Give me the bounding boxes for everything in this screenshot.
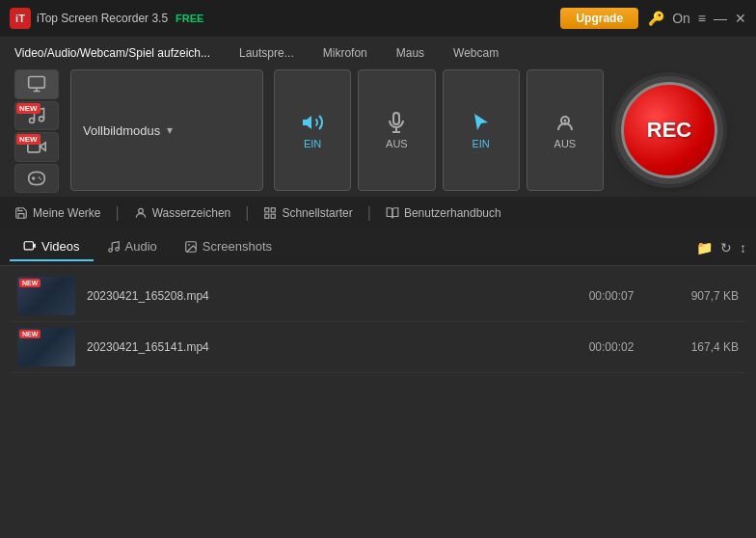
window-controls: 🔑 On ≡ — ✕	[648, 11, 746, 26]
chevron-down-icon: ▾	[167, 123, 251, 137]
svg-rect-16	[265, 214, 269, 218]
files-actions: 📁 ↻ ↕	[696, 240, 746, 256]
sort-icon[interactable]: ↕	[740, 240, 746, 256]
record-button[interactable]: REC	[621, 82, 717, 178]
menu-icon[interactable]: ≡	[698, 11, 706, 26]
cursor-icon	[470, 111, 493, 134]
screenshot-tab-icon	[184, 240, 198, 254]
webcam-label: AUS	[554, 138, 577, 149]
svg-point-20	[115, 247, 119, 251]
screen-record-btn[interactable]	[14, 69, 59, 99]
nav-label-benutzerhandbuch: Benutzerhandbuch	[404, 206, 501, 220]
left-icons: NEW NEW	[14, 67, 65, 193]
webcam-toggle[interactable]: AUS	[526, 69, 604, 191]
mic-icon	[385, 111, 408, 134]
webcam-small-icon	[554, 111, 577, 134]
audio-controls: EIN AUS EIN	[271, 67, 607, 193]
game-record-btn[interactable]	[14, 164, 59, 194]
control-panel: Video/Audio/Webcam/Spiel aufzeich... Lau…	[0, 37, 756, 193]
file-thumbnail: NEW	[17, 277, 75, 315]
audio-tab-icon	[107, 240, 121, 254]
nav-wasserzeichen[interactable]: Wasserzeichen	[134, 206, 231, 220]
nav-meine-werke[interactable]: Meine Werke	[14, 206, 100, 220]
svg-point-12	[563, 120, 566, 122]
nav-benutzerhandbuch[interactable]: Benutzerhandbuch	[386, 206, 501, 220]
tab-screenshots-label: Screenshots	[202, 239, 272, 254]
file-size: 907,7 KB	[662, 289, 739, 303]
mode-value: Vollbildmodus	[83, 123, 167, 138]
open-folder-icon[interactable]: 📁	[696, 240, 713, 256]
files-tabs: Videos Audio Screenshots 📁	[0, 229, 756, 266]
mic-toggle[interactable]: AUS	[358, 69, 435, 191]
svg-rect-15	[272, 208, 276, 212]
video-tab-icon	[23, 240, 37, 254]
mode-selector[interactable]: Vollbildmodus ▾	[70, 69, 263, 191]
refresh-icon[interactable]: ↻	[720, 240, 732, 256]
tab-speaker[interactable]: Lautspre...	[239, 46, 294, 60]
tab-maus[interactable]: Maus	[396, 46, 424, 60]
svg-point-4	[40, 117, 44, 121]
file-row[interactable]: NEW 20230421_165208.mp4 00:00:07 907,7 K…	[10, 271, 746, 322]
file-name: 20230421_165141.mp4	[87, 340, 561, 354]
free-badge: FREE	[176, 13, 203, 24]
save-icon	[14, 206, 28, 220]
tab-screenshots[interactable]: Screenshots	[171, 233, 285, 261]
tab-video-audio[interactable]: Video/Audio/Webcam/Spiel aufzeich...	[14, 46, 210, 60]
svg-point-3	[30, 118, 35, 122]
speaker-toggle[interactable]: EIN	[274, 69, 351, 191]
nav-schnellstarter[interactable]: Schnellstarter	[263, 206, 352, 220]
file-thumbnail: NEW	[17, 328, 75, 366]
svg-point-19	[108, 248, 112, 252]
rec-label: REC	[647, 118, 691, 143]
new-badge-audio: NEW	[16, 103, 40, 114]
file-name: 20230421_165208.mp4	[87, 289, 561, 303]
bottom-nav: Meine Werke | Wasserzeichen | Schnellsta…	[0, 197, 756, 229]
app-logo: iT	[10, 8, 31, 29]
speaker-label: EIN	[304, 138, 321, 149]
tab-audio-label: Audio	[125, 239, 157, 254]
svg-point-22	[188, 244, 190, 246]
files-section: Videos Audio Screenshots 📁	[0, 229, 756, 538]
separator-3: |	[367, 204, 371, 222]
system-label: EIN	[472, 138, 489, 149]
separator-1: |	[115, 204, 119, 222]
book-icon	[386, 206, 399, 220]
upgrade-button[interactable]: Upgrade	[560, 8, 638, 29]
recording-area: NEW NEW	[14, 67, 742, 193]
file-size: 167,4 KB	[662, 340, 739, 354]
system-audio-toggle[interactable]: EIN	[443, 69, 520, 191]
audio-record-btn[interactable]: NEW	[14, 101, 59, 131]
file-row[interactable]: NEW 20230421_165141.mp4 00:00:02 167,4 K…	[10, 322, 746, 373]
file-duration: 00:00:02	[573, 340, 650, 354]
tab-videos[interactable]: Videos	[10, 233, 94, 261]
title-bar: iT iTop Screen Recorder 3.5 FREE Upgrade…	[0, 0, 756, 37]
logo-text: iT	[15, 13, 25, 24]
key-icon[interactable]: 🔑	[648, 11, 664, 26]
on-label: On	[672, 11, 690, 26]
webcam-record-btn[interactable]: NEW	[14, 132, 59, 162]
close-button[interactable]: ✕	[735, 11, 746, 26]
app-title: iTop Screen Recorder 3.5	[37, 12, 168, 25]
tab-row: Video/Audio/Webcam/Spiel aufzeich... Lau…	[14, 46, 742, 67]
svg-rect-18	[24, 241, 33, 249]
separator-2: |	[245, 204, 249, 222]
minimize-button[interactable]: —	[714, 11, 727, 26]
tab-audio[interactable]: Audio	[94, 233, 171, 261]
svg-point-6	[39, 176, 40, 178]
svg-rect-17	[272, 214, 276, 218]
new-badge-webcam: NEW	[16, 134, 40, 145]
file-list: NEW 20230421_165208.mp4 00:00:07 907,7 K…	[0, 266, 756, 538]
monitor-icon	[27, 74, 46, 94]
rec-area: REC	[607, 67, 742, 193]
nav-label-schnellstarter: Schnellstarter	[282, 206, 352, 220]
gamepad-icon	[27, 169, 46, 188]
user-icon	[134, 206, 148, 220]
svg-rect-8	[393, 113, 399, 124]
tab-webcam[interactable]: Webcam	[453, 46, 499, 60]
svg-point-7	[40, 178, 41, 180]
tab-mikrofon[interactable]: Mikrofon	[323, 46, 367, 60]
speaker-icon	[301, 111, 324, 134]
svg-point-13	[138, 208, 143, 213]
mic-label: AUS	[386, 138, 408, 149]
tab-videos-label: Videos	[41, 239, 80, 254]
